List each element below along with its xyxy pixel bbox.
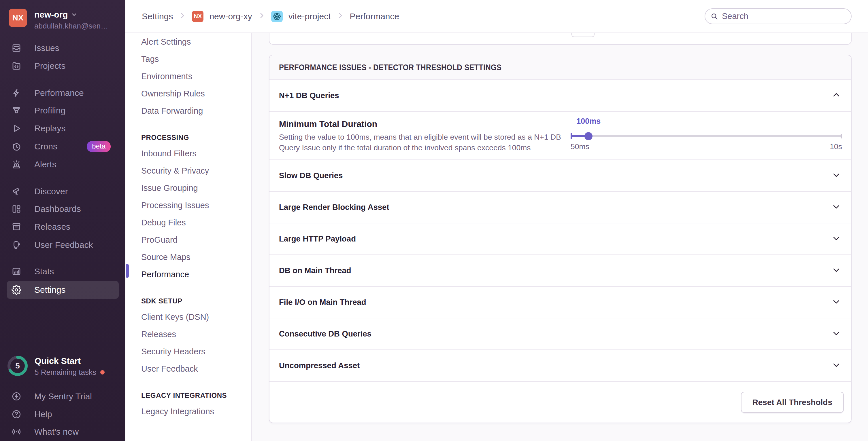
bolt-circle-icon	[11, 392, 21, 401]
settings-nav-issue-grouping[interactable]: Issue Grouping	[125, 179, 251, 197]
sidebar-item-alerts[interactable]: Alerts	[7, 156, 119, 173]
chevron-down-icon	[832, 266, 841, 275]
chevron-down-icon	[832, 297, 841, 307]
sidebar-item-label: Alerts	[34, 160, 57, 169]
settings-nav-user-feedback[interactable]: User Feedback	[125, 360, 251, 377]
settings-nav-source-maps[interactable]: Source Maps	[125, 248, 251, 266]
quickstart-count: 5	[6, 354, 29, 377]
sidebar-item-label: Stats	[34, 267, 54, 276]
settings-nav-ownership-rules[interactable]: Ownership Rules	[125, 85, 251, 102]
profiling-icon	[11, 106, 21, 115]
accordion-consecutive-db-queries[interactable]: Consecutive DB Queries	[270, 318, 851, 350]
quickstart-subtitle: 5 Remaining tasks	[35, 368, 96, 377]
search-input[interactable]	[722, 11, 837, 21]
sidebar-item-label: Performance	[34, 88, 84, 98]
chevron-down-icon	[71, 11, 77, 18]
settings-nav-debug-files[interactable]: Debug Files	[125, 214, 251, 231]
chevron-right-icon	[179, 11, 186, 21]
sidebar-item-whats-new[interactable]: What's new	[7, 423, 119, 441]
settings-nav-releases[interactable]: Releases	[125, 326, 251, 343]
quickstart-title: Quick Start	[35, 356, 104, 366]
slider-thumb[interactable]	[584, 132, 592, 140]
settings-nav-data-forwarding[interactable]: Data Forwarding	[125, 102, 251, 120]
content-area: PERFORMANCE ISSUES - DETECTOR THRESHOLD …	[252, 33, 868, 441]
gear-icon	[11, 285, 21, 295]
settings-nav-performance[interactable]: Performance	[125, 266, 251, 283]
play-icon	[11, 124, 21, 133]
chevron-down-icon	[832, 171, 841, 180]
settings-nav-environments[interactable]: Environments	[125, 68, 251, 85]
accordion-slow-db-queries[interactable]: Slow DB Queries	[270, 160, 851, 192]
breadcrumb-org[interactable]: new-org-xy	[209, 11, 252, 21]
sidebar-item-releases[interactable]: Releases	[7, 218, 119, 236]
sidebar-item-user-feedback[interactable]: User Feedback	[7, 236, 119, 254]
sidebar-item-crons[interactable]: Crons beta	[7, 138, 119, 156]
accordion-n-plus-one-db-queries[interactable]: N+1 DB Queries	[270, 80, 851, 112]
settings-nav-alert-settings[interactable]: Alert Settings	[125, 33, 251, 50]
panel-footer: Reset All Thresholds	[270, 382, 851, 422]
sidebar-item-issues[interactable]: Issues	[7, 39, 119, 57]
inbox-icon	[11, 43, 21, 53]
accordion-large-render-blocking-asset[interactable]: Large Render Blocking Asset	[270, 192, 851, 224]
search-box[interactable]	[705, 8, 851, 24]
siren-icon	[11, 160, 21, 169]
slider-rail[interactable]	[570, 132, 842, 140]
stats-icon	[11, 267, 21, 276]
reset-all-thresholds-button[interactable]: Reset All Thresholds	[741, 392, 844, 413]
org-switcher[interactable]: NX new-org abdullah.khan@sen…	[9, 9, 118, 31]
chevron-right-icon	[258, 11, 266, 21]
scrolled-panel-fragment	[269, 33, 851, 45]
settings-nav-legacy-integrations[interactable]: Legacy Integrations	[125, 403, 251, 420]
sidebar-item-label: Dashboards	[34, 204, 81, 214]
screen: NX new-org abdullah.khan@sen… Issues Pro…	[0, 0, 868, 441]
breadcrumb-settings[interactable]: Settings	[142, 11, 173, 21]
settings-nav-tags[interactable]: Tags	[125, 50, 251, 68]
accordion-db-on-main-thread[interactable]: DB on Main Thread	[270, 255, 851, 287]
breadcrumb-project[interactable]: vite-project	[288, 11, 331, 21]
sidebar-item-help[interactable]: Help	[7, 405, 119, 423]
settings-nav-security-privacy[interactable]: Security & Privacy	[125, 162, 251, 179]
sidebar-item-dashboards[interactable]: Dashboards	[7, 200, 119, 218]
settings-nav-proguard[interactable]: ProGuard	[125, 231, 251, 248]
settings-nav-security-headers[interactable]: Security Headers	[125, 343, 251, 360]
chevron-down-icon	[832, 234, 841, 244]
sidebar-item-label: User Feedback	[34, 240, 93, 250]
chevron-up-icon	[832, 91, 841, 100]
breadcrumb-page[interactable]: Performance	[350, 11, 399, 21]
topbar: Settings NX new-org-xy vite-project Perf…	[125, 0, 868, 33]
settings-nav-header-sdk-setup: SDK SETUP	[125, 294, 251, 308]
sidebar-item-label: My Sentry Trial	[34, 392, 92, 401]
search-icon	[710, 12, 718, 21]
accordion-file-io-on-main-thread[interactable]: File I/O on Main Thread	[270, 287, 851, 318]
slider-min-label: 50ms	[570, 142, 589, 151]
scrolled-button-fragment[interactable]	[571, 33, 594, 37]
accordion-uncompressed-asset[interactable]: Uncompressed Asset	[270, 350, 851, 382]
sidebar-item-projects[interactable]: Projects	[7, 57, 119, 75]
quickstart-panel[interactable]: 5 Quick Start 5 Remaining tasks	[6, 354, 104, 377]
minimum-total-duration-section: Minimum Total Duration Setting the value…	[270, 112, 851, 160]
chevron-down-icon	[832, 329, 841, 339]
sidebar-item-settings[interactable]: Settings	[7, 281, 119, 299]
settings-nav-processing-issues[interactable]: Processing Issues	[125, 197, 251, 214]
sidebar-item-discover[interactable]: Discover	[7, 182, 119, 200]
settings-nav-inbound-filters[interactable]: Inbound Filters	[125, 145, 251, 162]
sidebar-item-profiling[interactable]: Profiling	[7, 102, 119, 120]
settings-nav-client-keys[interactable]: Client Keys (DSN)	[125, 308, 251, 326]
threshold-settings-panel: PERFORMANCE ISSUES - DETECTOR THRESHOLD …	[269, 55, 851, 423]
accordion-large-http-payload[interactable]: Large HTTP Payload	[270, 224, 851, 255]
settings-nav: Alert Settings Tags Environments Ownersh…	[125, 33, 252, 441]
settings-nav-header-processing: PROCESSING	[125, 130, 251, 145]
sidebar-item-label: What's new	[34, 427, 79, 437]
dashboard-icon	[11, 204, 21, 214]
sidebar-item-replays[interactable]: Replays	[7, 120, 119, 137]
sidebar-item-stats[interactable]: Stats	[7, 263, 119, 280]
slider-end-cap	[841, 134, 842, 138]
sidebar-item-label: Replays	[34, 124, 65, 133]
org-avatar: NX	[9, 9, 27, 27]
sidebar-item-label: Releases	[34, 222, 70, 232]
setting-description: Setting the value to 100ms, means that a…	[279, 132, 567, 153]
sidebar-item-label: Issues	[34, 43, 59, 53]
sidebar-item-performance[interactable]: Performance	[7, 84, 119, 102]
clock-icon	[11, 142, 21, 151]
sidebar-item-my-sentry-trial[interactable]: My Sentry Trial	[7, 387, 119, 405]
